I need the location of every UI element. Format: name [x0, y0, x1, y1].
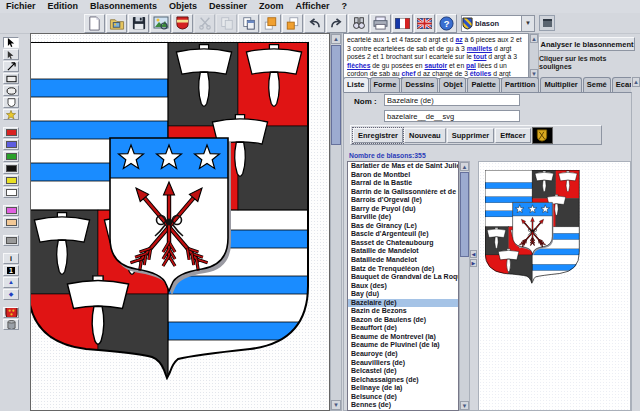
swatch-argent[interactable] [3, 187, 19, 198]
blazon-term-link[interactable]: pal [466, 62, 476, 69]
list-item[interactable]: Basset de Chateaubourg [348, 239, 458, 248]
save-button[interactable] [128, 14, 149, 33]
blazon-text-scrollbar[interactable]: ▲ ▼ [529, 33, 539, 79]
list-scroll-thumb[interactable] [460, 172, 469, 257]
menu-edition[interactable]: Edition [42, 0, 85, 13]
list-item[interactable]: Bazelaire (de) [348, 299, 458, 308]
blazon-term-link[interactable]: sautoir [424, 62, 447, 69]
shield-editor-button[interactable] [172, 14, 193, 33]
tab-objet[interactable]: Objet [439, 77, 466, 92]
search-button[interactable] [348, 14, 369, 33]
enregistrer-button[interactable]: Enregistrer [353, 128, 403, 143]
list-item[interactable]: Barry de Puyol (du) [348, 205, 458, 214]
rectangle-tool[interactable] [3, 73, 19, 84]
list-item[interactable]: Barrois d'Orgeval (le) [348, 196, 458, 205]
list-item[interactable]: Bazon de Baulens (de) [348, 316, 458, 325]
panel-scroll-up[interactable]: ▲ [632, 77, 640, 87]
swatch-carnation[interactable] [3, 217, 19, 228]
blason-dropdown[interactable]: blason ▼ [461, 15, 535, 32]
menu-afficher[interactable]: Afficher [290, 0, 336, 13]
swatch-purpure[interactable] [3, 205, 19, 216]
export-image-button[interactable] [150, 14, 171, 33]
new-document-button[interactable] [84, 14, 105, 33]
open-file-button[interactable] [106, 14, 127, 33]
tab-partition[interactable]: Partition [501, 77, 539, 92]
blazon-term-link[interactable]: flèches [347, 62, 370, 69]
canvas-scrollbar[interactable]: ▲ ▼ [330, 33, 342, 411]
canvas-scroll-up[interactable]: ▲ [331, 34, 341, 44]
list-item[interactable]: Beauroye (de) [348, 350, 458, 359]
list-item[interactable]: Bas de Girancy (Le) [348, 222, 458, 231]
tab-ecartel[interactable]: Ecartelé [612, 77, 631, 92]
help-button[interactable]: ? [436, 14, 457, 33]
list-item[interactable]: Barrin de la Galissonnière et de Froment… [348, 188, 458, 197]
list-item[interactable]: Bataille de Mandelot [348, 247, 458, 256]
cylinder-tool[interactable] [3, 319, 19, 330]
ellipse-tool[interactable] [3, 85, 19, 96]
effacer-button[interactable]: Effacer [495, 128, 530, 143]
english-flag-button[interactable] [414, 14, 435, 33]
blazon-term-link[interactable]: tout [474, 53, 487, 60]
split-collapse-right[interactable]: ▶ [470, 259, 477, 267]
canvas-scroll-down[interactable]: ▼ [331, 400, 341, 410]
window-icon[interactable] [539, 15, 555, 31]
swatch-or[interactable] [3, 175, 19, 186]
list-item[interactable]: Bay (du) [348, 290, 458, 299]
gold-shield-button[interactable] [532, 127, 553, 144]
shield-preview-tool[interactable] [3, 307, 19, 318]
list-item[interactable]: Beauvilliers (de) [348, 359, 458, 368]
analyse-button[interactable]: Analyser le blasonnement [539, 37, 635, 51]
list-item[interactable]: Bazin de Bezons [348, 307, 458, 316]
menu-objets[interactable]: Objets [163, 0, 203, 13]
blazon-term-link[interactable]: az [455, 36, 462, 43]
fur-tool-2[interactable]: 1 [3, 265, 19, 276]
list-item[interactable]: Beaume de Pluvinel (de la) [348, 341, 458, 350]
swatch-azure[interactable] [3, 139, 19, 150]
list-item[interactable]: Belsunce (de) [348, 393, 458, 402]
shield-shape-tool[interactable] [3, 97, 19, 108]
blazon-scroll-up[interactable]: ▲ [530, 34, 538, 43]
french-flag-button[interactable] [392, 14, 413, 33]
list-scrollbar[interactable]: ▲ ▼ [459, 161, 470, 411]
swatch-vert[interactable] [3, 151, 19, 162]
blason-dropdown-arrow[interactable]: ▼ [521, 16, 534, 31]
send-to-back-button[interactable] [282, 14, 303, 33]
nouveau-button[interactable]: Nouveau [404, 128, 446, 143]
name-input[interactable] [384, 94, 520, 106]
list-scroll-up[interactable]: ▲ [460, 162, 469, 171]
fur-tool-3[interactable]: ▲ [3, 277, 19, 288]
blazon-description-text[interactable]: ecartelé aux 1 et 4 fasce d argt et d az… [343, 33, 529, 79]
redo-button[interactable] [326, 14, 347, 33]
tab-palette[interactable]: Palette [467, 77, 500, 92]
swatch-gules[interactable] [3, 127, 19, 138]
list-scroll-down[interactable]: ▼ [460, 401, 469, 410]
list-item[interactable]: Baron de Montbel [348, 171, 458, 180]
split-collapse-left[interactable]: ◀ [470, 250, 477, 258]
list-item[interactable]: Belchassaignes (de) [348, 376, 458, 385]
menu-?[interactable]: ? [336, 0, 354, 13]
tab-sem[interactable]: Semé [583, 77, 611, 92]
menu-blasonnements[interactable]: Blasonnements [84, 0, 163, 13]
fur-tool-1[interactable]: i [3, 253, 19, 264]
list-item[interactable]: Bennes (de) [348, 401, 458, 410]
star-tool[interactable] [3, 109, 19, 120]
direct-select-tool[interactable] [3, 49, 19, 60]
tab-multiplier[interactable]: Multiplier [540, 77, 581, 92]
list-item[interactable]: Bascle d'Argenteuil (le) [348, 230, 458, 239]
list-item[interactable]: Barral de la Bastie [348, 179, 458, 188]
list-item[interactable]: Belcastel (de) [348, 367, 458, 376]
list-item[interactable]: Batz de Trenquéléon (de) [348, 265, 458, 274]
swatch-sable[interactable] [3, 163, 19, 174]
list-item[interactable]: Bauquet de Grandval de La Roque [348, 273, 458, 282]
list-item[interactable]: Barville (de) [348, 213, 458, 222]
tab-dessins[interactable]: Dessins [401, 77, 438, 92]
canvas-scroll-thumb[interactable] [331, 45, 341, 145]
bring-to-front-button[interactable] [260, 14, 281, 33]
fur-tool-4[interactable]: ◆ [3, 289, 19, 300]
list-item[interactable]: Belinaye (de la) [348, 384, 458, 393]
tab-forme[interactable]: Forme [370, 77, 401, 92]
menu-dessiner[interactable]: Dessiner [203, 0, 253, 13]
list-item[interactable]: Barlatier de Mas et de Saint Julien [348, 162, 458, 171]
list-item[interactable]: Beauffort (de) [348, 324, 458, 333]
paste-button[interactable] [238, 14, 259, 33]
